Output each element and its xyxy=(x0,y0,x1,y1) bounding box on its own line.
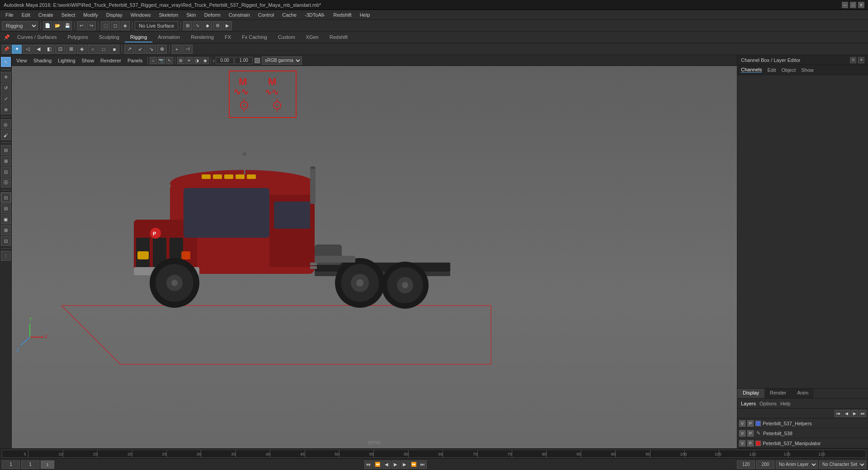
tab-xgen[interactable]: XGen xyxy=(301,33,324,42)
menu-create[interactable]: Create xyxy=(35,11,57,19)
vp-ao-button[interactable]: ◉ xyxy=(202,57,209,64)
paint-select-button[interactable]: ◈ xyxy=(121,21,130,30)
tab-channels[interactable]: Channels xyxy=(741,67,762,73)
tab-fx-caching[interactable]: Fx Caching xyxy=(236,33,273,42)
layer-skip-start-button[interactable]: ⏮ xyxy=(835,410,842,417)
select-mode-button[interactable]: ↖ xyxy=(1,57,11,67)
anim-layer-dropdown[interactable]: No Anim Layer xyxy=(776,461,818,469)
layer-v-check-538[interactable]: V xyxy=(739,430,745,437)
scale-tool-button[interactable]: ⤢ xyxy=(1,94,11,103)
vp-shading-menu[interactable]: Shading xyxy=(31,57,54,64)
shelf-tool4-button[interactable]: ⊡ xyxy=(55,45,65,54)
menu-skeleton[interactable]: Skeleton xyxy=(155,11,182,19)
scene-view[interactable]: X Y Z M ∿∿ M ∿∿ xyxy=(12,66,737,448)
rotate-tool-button[interactable]: ↺ xyxy=(1,83,11,93)
current-frame-input[interactable] xyxy=(2,461,20,469)
layer-tab-render[interactable]: Render xyxy=(764,389,792,398)
shelf-square-button[interactable]: □ xyxy=(99,45,108,54)
new-scene-button[interactable]: 📄 xyxy=(43,21,52,30)
shelf-arrow1-button[interactable]: ↗ xyxy=(124,45,134,54)
layer-opt-options[interactable]: Options xyxy=(760,401,777,406)
layer-opt-layers[interactable]: Layers xyxy=(741,401,756,406)
menu-cache[interactable]: Cache xyxy=(278,11,300,19)
vp-camera-button[interactable]: 📷 xyxy=(158,57,165,64)
shelf-tool3-button[interactable]: ◧ xyxy=(44,45,54,54)
move-tool-button[interactable]: ✛ xyxy=(1,72,11,82)
vp-exposure-input[interactable] xyxy=(235,57,253,64)
mode-dropdown[interactable]: Rigging xyxy=(2,21,38,30)
panel-float-button[interactable]: ⊡ xyxy=(850,57,856,63)
skip-to-end-button[interactable]: ⏭ xyxy=(419,461,427,469)
vp-home-button[interactable]: ⌂ xyxy=(150,57,157,64)
shelf-arrow3-button[interactable]: ↘ xyxy=(146,45,156,54)
paint-tool-button[interactable]: 🖌 xyxy=(1,130,11,140)
menu-control[interactable]: Control xyxy=(255,11,278,19)
end-frame-input[interactable] xyxy=(737,461,755,469)
redo-button[interactable]: ↪ xyxy=(87,21,96,30)
vp-color-swatch[interactable] xyxy=(255,58,260,63)
layer-opt-help[interactable]: Help xyxy=(780,401,791,406)
panel-close-button[interactable]: ✕ xyxy=(858,57,864,63)
shelf-circle-button[interactable]: ○ xyxy=(88,45,98,54)
shelf-bracket-button[interactable]: ⊣ xyxy=(183,45,193,54)
menu-file[interactable]: File xyxy=(2,11,17,19)
display-mode-button[interactable]: ⊟ xyxy=(1,145,11,155)
shelf-arrow2-button[interactable]: ↙ xyxy=(135,45,145,54)
play-button[interactable]: ▶ xyxy=(392,461,400,469)
uv-editor-button[interactable]: ⊞ xyxy=(1,225,11,235)
open-scene-button[interactable]: 📂 xyxy=(53,21,62,30)
layer-v-check-manip[interactable]: V xyxy=(739,440,745,446)
undo-button[interactable]: ↩ xyxy=(77,21,86,30)
shelf-tool5-button[interactable]: ⊞ xyxy=(66,45,76,54)
prev-frame-button[interactable]: ◀ xyxy=(382,461,391,469)
more-tools-button[interactable]: ⋮ xyxy=(1,251,11,261)
menu-edit[interactable]: Edit xyxy=(18,11,34,19)
menu-help[interactable]: Help xyxy=(356,11,374,19)
vp-renderer-menu[interactable]: Renderer xyxy=(98,57,124,64)
tab-rigging[interactable]: Rigging xyxy=(125,33,152,42)
max-frame-input[interactable] xyxy=(756,461,774,469)
frame-all-button[interactable]: ⊡ xyxy=(1,193,11,202)
tab-object[interactable]: Object xyxy=(781,67,796,73)
layer-v-check-helpers[interactable]: V xyxy=(739,420,745,427)
tab-redshift[interactable]: Redshift xyxy=(324,33,353,42)
vp-show-menu[interactable]: Show xyxy=(79,57,97,64)
layer-tab-display[interactable]: Display xyxy=(737,389,764,398)
shelf-pin-button[interactable]: 📌 xyxy=(2,45,11,54)
shelf-select-button[interactable]: ✦ xyxy=(12,45,22,54)
maximize-button[interactable]: □ xyxy=(850,2,856,8)
skip-to-start-button[interactable]: ⏮ xyxy=(364,461,373,469)
lasso-select-button[interactable]: ◻ xyxy=(111,21,120,30)
render-settings-button[interactable]: ⚙ xyxy=(213,21,222,30)
shelf-tool1-button[interactable]: ◁ xyxy=(23,45,33,54)
layer-p-check-538[interactable]: P xyxy=(747,430,754,437)
layer-item-helpers[interactable]: V P Peterbilt_537_Helpers xyxy=(737,418,868,428)
shelf-squaref-button[interactable]: ■ xyxy=(109,45,119,54)
annotate-button[interactable]: Ⓐ xyxy=(1,178,11,188)
soft-select-button[interactable]: ◎ xyxy=(1,119,11,129)
menu-display[interactable]: Display xyxy=(103,11,126,19)
tab-edit[interactable]: Edit xyxy=(767,67,776,73)
vp-select-button[interactable]: ↖ xyxy=(166,57,173,64)
snap-point-button[interactable]: ◆ xyxy=(203,21,212,30)
grid-button[interactable]: ⊞ xyxy=(1,156,11,166)
minimize-button[interactable]: ─ xyxy=(842,2,848,8)
object-center-button[interactable]: ⊡ xyxy=(1,167,11,177)
layer-item-538[interactable]: V P ✎ Peterbilt_538 xyxy=(737,428,868,438)
vp-shadow-button[interactable]: ◑ xyxy=(193,57,201,64)
render-button[interactable]: ▶ xyxy=(223,21,232,30)
layer-p-check-manip[interactable]: P xyxy=(747,440,754,446)
vp-colorspace-dropdown[interactable]: sRGB gamma xyxy=(262,56,302,65)
snap-grid-button[interactable]: ⊞ xyxy=(183,21,192,30)
camera-button[interactable]: ⊟ xyxy=(1,203,11,213)
character-set-dropdown[interactable]: No Character Set xyxy=(819,461,866,469)
layer-skip-end-button[interactable]: ⏭ xyxy=(859,410,866,417)
layer-item-manipulator[interactable]: V P Peterbilt_537_Manipulator xyxy=(737,438,868,448)
menu-windows[interactable]: Windows xyxy=(127,11,155,19)
menu-skin[interactable]: Skin xyxy=(183,11,199,19)
viewport[interactable]: View Shading Lighting Show Renderer Pane… xyxy=(12,55,737,448)
close-button[interactable]: ✕ xyxy=(858,2,864,8)
menu-deform[interactable]: Deform xyxy=(201,11,224,19)
tabs-pin-button[interactable]: 📌 xyxy=(2,33,12,42)
layer-next-button[interactable]: ▶ xyxy=(851,410,858,417)
